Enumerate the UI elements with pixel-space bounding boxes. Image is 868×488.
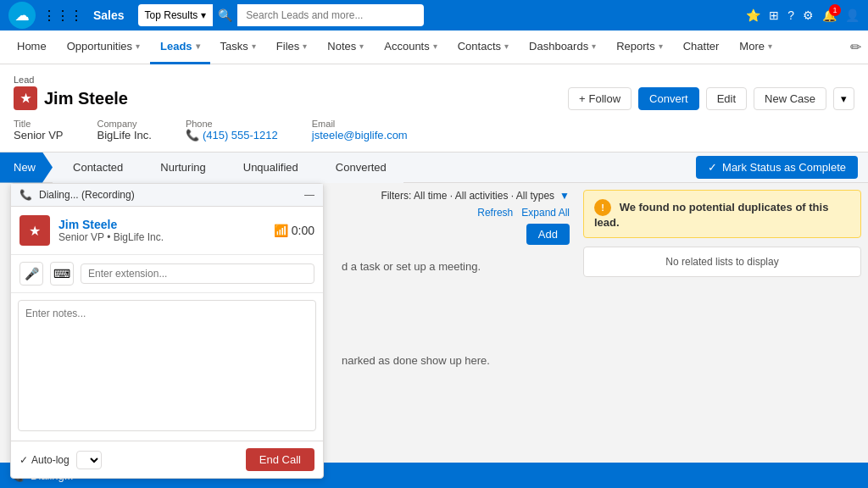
follow-button[interactable]: + Follow [568,87,632,110]
actions-dropdown[interactable]: ▾ [833,87,854,110]
auto-log-select[interactable] [76,451,102,469]
caller-info: Jim Steele Senior VP • BigLife Inc. [58,218,265,243]
edit-button[interactable]: Edit [706,87,747,110]
app-name: Sales [93,8,125,22]
topbar-icons: ⭐ ⊞ ? ⚙ 🔔1 👤 [746,8,860,22]
grid-icon[interactable]: ⊞ [769,8,779,22]
chevron-down-icon: ▾ [303,42,307,51]
chevron-down-icon: ▾ [252,42,256,51]
chevron-down-icon: ▾ [592,42,596,51]
phone-icon: 📞 [19,189,32,201]
top-bar: ☁ ⋮⋮⋮ Sales Top Results ▾ 🔍 ⭐ ⊞ ? ⚙ 🔔1 👤 [0,0,868,30]
chevron-down-icon: ▾ [433,42,437,51]
chevron-down-icon: ▾ [201,9,206,21]
dial-controls: 🎤 ⌨ [11,255,323,293]
caller-row: ★ Jim Steele Senior VP • BigLife Inc. 📶 … [11,207,323,255]
right-panel: ! We found no potential duplicates of th… [576,183,868,488]
chevron-down-icon: ▾ [196,42,200,51]
email-value[interactable]: jsteele@biglife.com [312,129,408,141]
dialing-header: 📞 Dialing... (Recording) — [11,184,323,207]
nav-item-files[interactable]: Files ▾ [266,30,317,64]
end-call-button[interactable]: End Call [246,448,314,471]
status-step-contacted[interactable]: Contacted [53,152,140,183]
convert-button[interactable]: Convert [638,87,699,110]
phone-icon: 📞 [186,129,199,141]
chevron-down-icon: ▾ [136,42,140,51]
record-name-row: ★ Jim Steele + Follow Convert Edit New C… [14,86,854,110]
left-panel: 📞 Dialing... (Recording) — ★ Jim Steele … [0,183,576,488]
status-step-nurturing[interactable]: Nurturing [140,152,222,183]
record-star-icon[interactable]: ★ [14,86,37,110]
filter-text: Filters: All time · All activities · All… [381,190,554,202]
dialing-footer: ✓ Auto-log End Call [11,441,323,478]
notes-textarea[interactable] [18,300,316,431]
phone-field: Phone 📞 (415) 555-1212 [186,119,278,141]
search-area: Top Results ▾ 🔍 [138,4,740,26]
refresh-link[interactable]: Refresh [477,207,513,219]
phone-value[interactable]: 📞 (415) 555-1212 [186,129,278,141]
status-bar: New Contacted Nurturing Unqualified Conv… [0,152,868,183]
record-actions: + Follow Convert Edit New Case ▾ [568,87,854,110]
add-button[interactable]: Add [526,224,570,245]
checkmark-icon: ✓ [708,161,717,174]
nav-item-notes[interactable]: Notes ▾ [317,30,374,64]
profile-icon[interactable]: 👤 [845,8,860,22]
new-case-button[interactable]: New Case [754,87,826,110]
plus-icon: + [579,92,586,105]
filter-funnel-icon[interactable]: ▼ [559,190,570,202]
edit-pen-icon[interactable]: ✏ [850,39,861,55]
extension-input[interactable] [81,263,314,284]
nav-item-home[interactable]: Home [7,30,57,64]
mute-button[interactable]: 🎤 [19,262,43,286]
salesforce-logo[interactable]: ☁ [8,2,36,29]
nav-bar: Home Opportunities ▾ Leads ▾ Tasks ▾ Fil… [0,30,868,64]
status-step-new[interactable]: New [0,152,53,183]
nav-item-tasks[interactable]: Tasks ▾ [210,30,266,64]
avatar: ★ [19,215,50,246]
settings-icon[interactable]: ⚙ [803,8,814,22]
search-input[interactable] [237,4,424,26]
warning-icon: ! [594,199,611,216]
signal-icon: 📶 [274,224,288,237]
no-related-lists: No related lists to display [583,247,861,277]
main-content: 📞 Dialing... (Recording) — ★ Jim Steele … [0,183,868,488]
company-field: Company BigLife Inc. [97,119,152,141]
keypad-button[interactable]: ⌨ [50,262,74,286]
nav-item-leads[interactable]: Leads ▾ [150,30,210,64]
status-step-unqualified[interactable]: Unqualified [223,152,315,183]
activity-empty-text: d a task or set up a meeting. [342,260,481,273]
nav-item-more[interactable]: More ▾ [729,30,782,64]
record-header: Lead ★ Jim Steele + Follow Convert Edit … [0,64,868,152]
search-icon: 🔍 [218,8,232,22]
nav-item-opportunities[interactable]: Opportunities ▾ [57,30,150,64]
mark-status-complete-button[interactable]: ✓ Mark Status as Complete [696,156,858,179]
chevron-down-icon: ▾ [768,42,772,51]
status-step-converted[interactable]: Converted [315,152,403,183]
auto-log-checkbox[interactable]: ✓ Auto-log [19,454,70,466]
minimize-button[interactable]: — [304,189,314,201]
chevron-down-icon: ▾ [659,42,663,51]
notification-icon[interactable]: 🔔1 [822,8,837,22]
favorites-icon[interactable]: ⭐ [746,8,760,22]
record-type-label: Lead [14,75,854,85]
expand-all-link[interactable]: Expand All [521,207,570,219]
top-results-button[interactable]: Top Results ▾ [138,4,214,26]
app-grid-icon[interactable]: ⋮⋮⋮ [42,8,83,24]
notes-area [11,293,323,441]
email-field: Email jsteele@biglife.com [312,119,408,141]
activity-area: Filters: All time · All activities · All… [335,183,576,380]
record-name: ★ Jim Steele [14,86,128,110]
dialing-panel: 📞 Dialing... (Recording) — ★ Jim Steele … [10,183,324,479]
title-field: Title Senior VP [14,119,64,141]
call-timer: 📶 0:00 [274,224,314,237]
nav-item-chatter[interactable]: Chatter [673,30,730,64]
nav-item-contacts[interactable]: Contacts ▾ [448,30,519,64]
help-icon[interactable]: ? [787,8,794,22]
chevron-down-icon: ▾ [504,42,509,51]
nav-item-dashboards[interactable]: Dashboards ▾ [519,30,606,64]
duplicate-box: ! We found no potential duplicates of th… [583,190,861,238]
nav-item-accounts[interactable]: Accounts ▾ [374,30,447,64]
chevron-down-icon: ▾ [359,42,364,51]
nav-item-reports[interactable]: Reports ▾ [606,30,673,64]
checkmark-icon: ✓ [19,454,28,466]
